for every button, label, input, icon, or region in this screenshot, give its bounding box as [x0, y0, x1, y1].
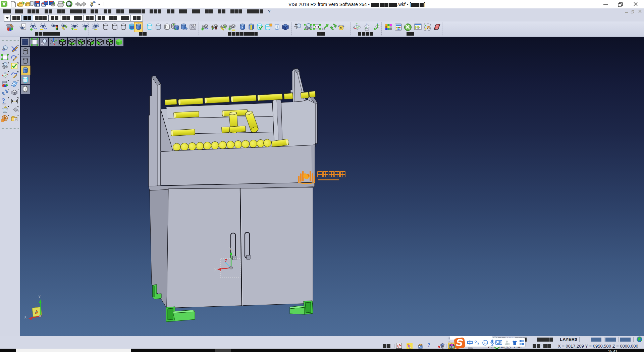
svg-text:Y: Y: [229, 247, 232, 251]
svg-text:1:1: 1:1: [315, 26, 319, 29]
svg-text:Y: Y: [38, 295, 41, 299]
svg-text:?: ?: [2, 97, 5, 104]
svg-text:X: X: [24, 315, 27, 319]
svg-text:X: X: [214, 268, 217, 272]
svg-text:Z: Z: [225, 259, 227, 263]
